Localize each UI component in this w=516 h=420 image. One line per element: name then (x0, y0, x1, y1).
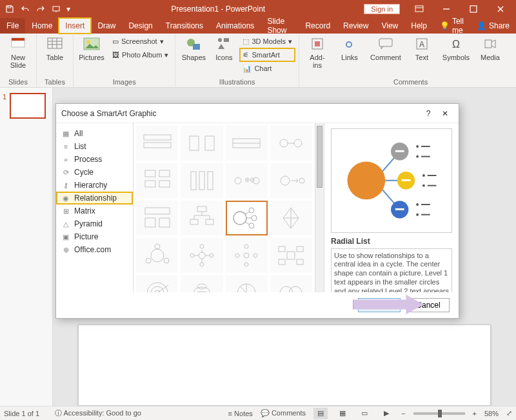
gallery-item[interactable] (181, 201, 223, 235)
gallery-item[interactable] (226, 275, 268, 292)
tab-transitions[interactable]: Transitions (159, 18, 210, 34)
links-button[interactable]: Links (335, 35, 364, 62)
tab-file[interactable]: File (0, 18, 25, 34)
cat-process[interactable]: »Process (56, 153, 133, 166)
chart-button[interactable]: 📊Chart (240, 62, 295, 75)
screenshot-button[interactable]: ▭Screenshot▾ (110, 35, 171, 48)
view-slideshow-icon[interactable]: ▶ (379, 408, 393, 419)
gallery-item[interactable] (136, 238, 178, 273)
view-normal-icon[interactable]: ▤ (313, 408, 328, 419)
cat-relationship[interactable]: ◉Relationship (56, 192, 133, 205)
minimize-icon[interactable] (435, 1, 458, 17)
zoom-slider[interactable] (413, 412, 465, 415)
gallery-item[interactable] (181, 163, 223, 198)
save-icon[interactable] (3, 2, 17, 16)
gallery-item[interactable] (136, 126, 178, 161)
gallery-scrollbar[interactable] (315, 123, 324, 292)
start-from-beginning-icon[interactable] (49, 2, 63, 16)
gallery-item[interactable] (226, 238, 268, 273)
media-label: Media (481, 54, 500, 62)
tell-me[interactable]: 💡Tell me (433, 18, 470, 34)
gallery-item[interactable] (270, 238, 312, 273)
svg-rect-12 (224, 38, 229, 42)
gallery-item[interactable] (226, 126, 268, 161)
addins-button[interactable]: Add- ins (303, 35, 332, 69)
tab-animations[interactable]: Animations (210, 18, 261, 34)
scrollbar-thumb[interactable] (317, 126, 322, 188)
tab-help[interactable]: Help (404, 18, 433, 34)
tab-view[interactable]: View (375, 18, 404, 34)
comments-toggle[interactable]: 💬 Comments (261, 409, 306, 417)
gallery-item[interactable] (181, 238, 223, 273)
gallery-item[interactable] (136, 201, 178, 235)
gallery-item[interactable] (136, 163, 178, 198)
cat-cycle[interactable]: ⟳Cycle (56, 166, 133, 179)
tab-design[interactable]: Design (122, 18, 159, 34)
cat-matrix[interactable]: ⊞Matrix (56, 205, 133, 217)
gallery-item[interactable] (270, 126, 312, 161)
pictures-button[interactable]: Pictures (77, 35, 106, 62)
gallery-item[interactable] (270, 163, 312, 198)
shapes-button[interactable]: Shapes (179, 35, 208, 62)
smartart-button[interactable]: ⚟SmartArt (240, 48, 295, 61)
photo-album-icon: 🖼 (112, 51, 119, 59)
gallery-item-selected[interactable] (226, 201, 268, 235)
cat-office[interactable]: ⊕Office.com (56, 243, 133, 256)
svg-rect-20 (144, 135, 171, 140)
gallery-item[interactable]: ⊕⊖ (226, 163, 268, 198)
gallery-item[interactable] (270, 275, 312, 292)
cat-pyramid[interactable]: △Pyramid (56, 217, 133, 230)
cat-list[interactable]: ≡List (56, 140, 133, 153)
cat-all[interactable]: ▦All (56, 127, 133, 140)
close-icon[interactable] (489, 1, 512, 17)
accessibility-status[interactable]: ⓘ Accessibility: Good to go (55, 408, 141, 418)
svg-point-11 (218, 38, 222, 42)
gallery-item[interactable] (136, 275, 178, 292)
ribbon-options-icon[interactable] (408, 1, 431, 17)
dialog-close-icon[interactable]: ✕ (437, 109, 453, 118)
zoom-knob[interactable] (438, 410, 442, 417)
svg-rect-94 (395, 208, 404, 210)
sign-in-button[interactable]: Sign in (364, 4, 400, 14)
table-button[interactable]: Table (41, 35, 69, 62)
svg-rect-42 (197, 206, 206, 212)
cat-picture[interactable]: ▣Picture (56, 230, 133, 243)
comment-button[interactable]: Comment (368, 35, 404, 62)
thumb-number: 1 (3, 93, 6, 101)
new-slide-button[interactable]: New Slide (4, 35, 32, 69)
fit-to-window-icon[interactable]: ⤢ (506, 409, 512, 417)
photo-album-button[interactable]: 🖼Photo Album▾ (110, 48, 171, 61)
zoom-in-icon[interactable]: + (473, 410, 477, 417)
undo-icon[interactable] (18, 2, 32, 16)
maximize-icon[interactable] (462, 1, 485, 17)
tab-review[interactable]: Review (337, 18, 375, 34)
gallery-item[interactable] (181, 275, 223, 292)
icons-button[interactable]: Icons (212, 35, 236, 62)
slide-thumb-1[interactable] (10, 93, 46, 119)
share-button[interactable]: 👤Share (470, 18, 516, 34)
gallery-item[interactable] (270, 201, 312, 235)
symbols-button[interactable]: ΩSymbols (440, 35, 472, 62)
media-button[interactable]: Media (476, 35, 504, 62)
tab-home[interactable]: Home (25, 18, 59, 34)
view-reading-icon[interactable]: ▭ (357, 408, 372, 419)
3d-models-button[interactable]: ⬚3D Models▾ (240, 35, 295, 48)
zoom-out-icon[interactable]: − (401, 410, 405, 417)
zoom-level[interactable]: 58% (484, 410, 499, 417)
tab-draw[interactable]: Draw (91, 18, 122, 34)
dialog-help-icon[interactable]: ? (420, 109, 437, 118)
tab-slideshow[interactable]: Slide Show (261, 18, 299, 34)
redo-icon[interactable] (34, 2, 48, 16)
notes-toggle[interactable]: ≡ Notes (228, 410, 253, 417)
preview-title: Radial List (331, 237, 452, 246)
cat-hierarchy[interactable]: ⚷Hierarchy (56, 179, 133, 192)
tab-record[interactable]: Record (299, 18, 337, 34)
svg-rect-66 (279, 259, 285, 265)
group-slides: New Slide Slides (0, 34, 37, 87)
gallery-item[interactable] (181, 126, 223, 161)
view-sorter-icon[interactable]: ▦ (335, 408, 350, 419)
text-button[interactable]: AText (408, 35, 436, 62)
slide-canvas[interactable] (78, 325, 491, 406)
tab-insert[interactable]: Insert (59, 18, 91, 34)
qat-customize-icon[interactable]: ▾ (64, 2, 72, 16)
